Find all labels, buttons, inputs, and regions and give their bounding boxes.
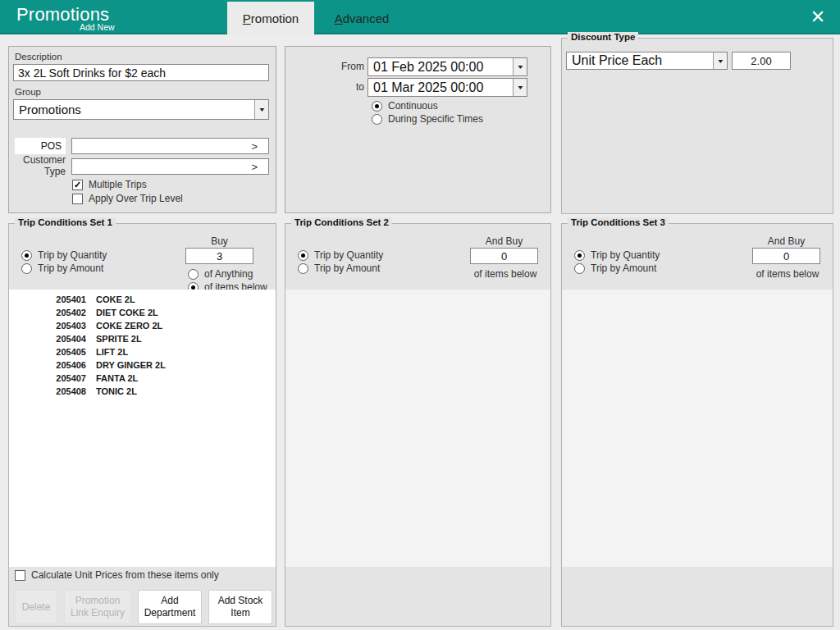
list-item[interactable]: 205404SPRITE 2L: [9, 332, 276, 345]
trip-conditions-set-1: Trip Conditions Set 1 Trip by Quantity T…: [8, 223, 276, 627]
to-label: to: [285, 81, 364, 93]
tab-promotion-label: Promotion: [243, 11, 299, 25]
set1-item-list[interactable]: 205401COKE 2L205402DIET COKE 2L205403COK…: [9, 290, 276, 567]
promotion-link-enquiry-button[interactable]: Promotion Link Enquiry: [64, 590, 131, 624]
list-item[interactable]: 205406DRY GINGER 2L: [9, 358, 276, 372]
set1-trip-by-quantity-radio[interactable]: Trip by Quantity: [21, 249, 107, 261]
discount-type-group: Discount Type Unit Price Each ▼ 2.00: [561, 38, 833, 214]
description-label: Description: [15, 52, 62, 62]
during-specific-times-label: During Specific Times: [388, 113, 483, 125]
delete-button[interactable]: Delete: [15, 590, 57, 624]
checkbox-empty-icon: ✓: [15, 570, 25, 581]
set2-trip-by-quantity-label: Trip by Quantity: [314, 249, 383, 261]
continuous-radio[interactable]: Continuous: [372, 100, 438, 112]
list-item[interactable]: 205402DIET COKE 2L: [9, 306, 276, 319]
apply-over-trip-checkbox[interactable]: ✓ Apply Over Trip Level: [72, 193, 183, 204]
radio-unselected-icon: [372, 114, 382, 125]
set3-trip-by-amount-radio[interactable]: Trip by Amount: [574, 262, 656, 274]
chevron-right-icon[interactable]: >: [251, 140, 264, 153]
customer-type-input[interactable]: >: [71, 158, 269, 175]
group-label: Group: [15, 87, 41, 97]
multiple-trips-checkbox[interactable]: ✓ Multiple Trips: [72, 179, 147, 190]
set3-and-buy-label: And Buy: [752, 235, 820, 247]
set2-buy-input[interactable]: 0: [470, 248, 538, 264]
from-date-value: 01 Feb 2025 00:00: [368, 58, 513, 75]
discount-type-value: Unit Price Each: [567, 52, 713, 69]
pos-input[interactable]: >: [71, 138, 269, 154]
set1-trip-by-amount-radio[interactable]: Trip by Amount: [21, 262, 103, 274]
set1-legend: Trip Conditions Set 1: [15, 217, 116, 227]
set1-buy-input[interactable]: 3: [185, 248, 253, 264]
radio-selected-icon: [574, 250, 585, 261]
pos-label: POS: [15, 138, 66, 154]
radio-selected-icon: [372, 101, 382, 112]
radio-selected-icon: [21, 250, 32, 261]
set2-trip-by-quantity-radio[interactable]: Trip by Quantity: [298, 249, 383, 261]
set3-item-list[interactable]: [562, 290, 833, 567]
set1-calc-unit-prices-checkbox[interactable]: ✓ Calculate Unit Prices from these items…: [15, 569, 219, 581]
chevron-down-icon[interactable]: ▼: [513, 58, 527, 75]
list-item[interactable]: 205407FANTA 2L: [9, 372, 276, 385]
discount-type-dropdown[interactable]: Unit Price Each ▼: [566, 52, 728, 70]
set2-of-items-below-label: of items below: [464, 268, 546, 280]
set1-buy-label: Buy: [185, 235, 253, 247]
set2-and-buy-label: And Buy: [470, 235, 538, 247]
set2-trip-by-amount-radio[interactable]: Trip by Amount: [298, 262, 380, 274]
list-item[interactable]: 205408TONIC 2L: [9, 385, 276, 398]
set3-trip-by-quantity-label: Trip by Quantity: [591, 249, 660, 261]
set1-trip-by-quantity-label: Trip by Quantity: [38, 249, 107, 261]
radio-unselected-icon: [298, 263, 308, 274]
customer-type-label: Customer Type: [15, 154, 66, 178]
page-subtitle: Add New: [80, 22, 115, 32]
set3-of-items-below-label: of items below: [746, 268, 829, 280]
set1-of-anything-label: of Anything: [204, 268, 253, 280]
set2-item-list[interactable]: [285, 290, 550, 567]
apply-over-trip-label: Apply Over Trip Level: [89, 193, 183, 204]
list-item[interactable]: 205403COKE ZERO 2L: [9, 319, 276, 332]
set3-legend: Trip Conditions Set 3: [568, 217, 669, 227]
chevron-right-icon[interactable]: >: [251, 161, 264, 173]
chevron-down-icon[interactable]: ▼: [713, 52, 727, 69]
radio-unselected-icon: [188, 269, 199, 280]
group-dropdown[interactable]: Promotions ▼: [13, 99, 269, 120]
discount-amount-input[interactable]: 2.00: [732, 52, 791, 70]
list-item[interactable]: 205405LIFT 2L: [9, 345, 276, 358]
chevron-down-icon[interactable]: ▼: [254, 100, 268, 119]
continuous-label: Continuous: [388, 100, 438, 112]
tab-advanced[interactable]: Advanced: [318, 2, 405, 34]
radio-selected-icon: [298, 250, 308, 261]
list-item[interactable]: 205401COKE 2L: [9, 293, 276, 306]
close-icon[interactable]: ✕: [804, 3, 832, 31]
title-bar: Promotions Add New Promotion Advanced ✕: [0, 0, 840, 34]
radio-unselected-icon: [574, 263, 585, 274]
promotions-window: Promotions Add New Promotion Advanced ✕ …: [0, 0, 840, 630]
schedule-panel: From 01 Feb 2025 00:00 ▼ to 01 Mar 2025 …: [285, 46, 551, 213]
check-icon: ✓: [72, 180, 83, 190]
set1-calc-unit-prices-label: Calculate Unit Prices from these items o…: [31, 569, 219, 581]
general-panel: Description 3x 2L Soft Drinks for $2 eac…: [8, 46, 276, 213]
tab-advanced-label: Advanced: [335, 11, 390, 25]
from-label: From: [285, 61, 364, 72]
chevron-down-icon[interactable]: ▼: [513, 79, 527, 96]
group-dropdown-value: Promotions: [14, 100, 254, 119]
from-date-dropdown[interactable]: 01 Feb 2025 00:00 ▼: [368, 57, 527, 76]
set1-of-anything-radio[interactable]: of Anything: [188, 268, 253, 280]
checkbox-empty-icon: ✓: [72, 194, 83, 204]
trip-conditions-set-2: Trip Conditions Set 2 Trip by Quantity T…: [285, 223, 551, 627]
set3-buy-input[interactable]: 0: [752, 248, 820, 264]
during-specific-times-radio[interactable]: During Specific Times: [372, 113, 483, 125]
set2-trip-by-amount-label: Trip by Amount: [314, 262, 380, 274]
to-date-dropdown[interactable]: 01 Mar 2025 00:00 ▼: [368, 78, 527, 97]
set3-trip-by-quantity-radio[interactable]: Trip by Quantity: [574, 249, 660, 261]
discount-type-legend: Discount Type: [568, 32, 638, 42]
set3-trip-by-amount-label: Trip by Amount: [591, 262, 656, 274]
set1-trip-by-amount-label: Trip by Amount: [38, 262, 103, 274]
multiple-trips-label: Multiple Trips: [89, 179, 147, 190]
tab-promotion[interactable]: Promotion: [227, 2, 314, 34]
description-input[interactable]: 3x 2L Soft Drinks for $2 each: [13, 64, 269, 81]
radio-unselected-icon: [21, 263, 32, 274]
set1-button-row: Delete Promotion Link Enquiry Add Depart…: [15, 590, 272, 624]
add-stock-item-button[interactable]: Add Stock Item: [208, 590, 272, 624]
add-department-button[interactable]: Add Department: [138, 590, 202, 624]
to-date-value: 01 Mar 2025 00:00: [368, 79, 513, 96]
